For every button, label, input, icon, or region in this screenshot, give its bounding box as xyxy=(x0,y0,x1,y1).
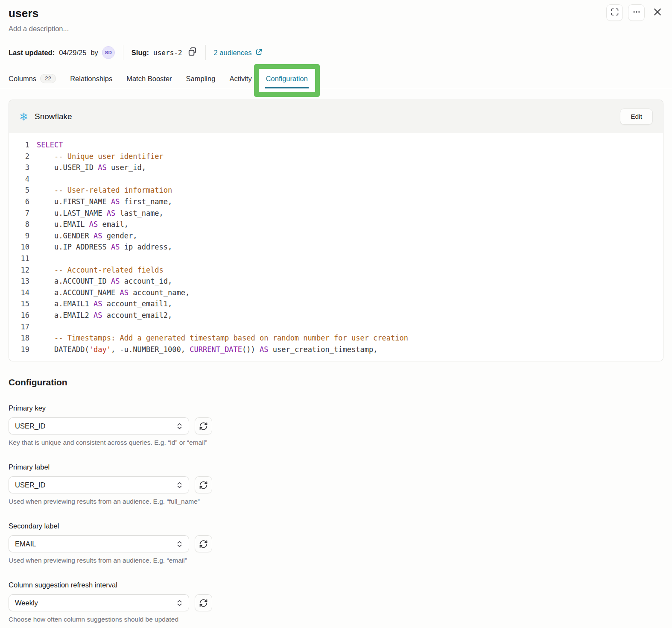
primary-label-select[interactable]: USER_ID xyxy=(9,476,189,493)
copy-slug-button[interactable] xyxy=(187,47,197,58)
description-placeholder[interactable]: Add a description... xyxy=(9,25,663,33)
meta-row: Last updated: 04/29/25 by SD Slug: users… xyxy=(9,45,663,60)
sql-code-preview: 1SELECT2 -- Unique user identifier3 u.US… xyxy=(9,133,663,361)
secondary-label-select[interactable]: EMAIL xyxy=(9,535,189,552)
code-text: u.FIRST_NAME AS first_name, xyxy=(37,196,172,208)
tab-columns[interactable]: Columns22 xyxy=(9,74,56,83)
column-suggestion-refresh-interval-label: Column suggestion refresh interval xyxy=(9,581,663,589)
primary-label-controls: USER_ID xyxy=(9,476,663,493)
line-number: 7 xyxy=(17,208,29,219)
column-suggestion-refresh-interval-select[interactable]: Weekly xyxy=(9,594,189,611)
code-line: 10 u.IP_ADDRESS AS ip_address, xyxy=(17,241,656,253)
tab-activity[interactable]: Activity xyxy=(229,75,251,83)
code-text: a.ACCOUNT_NAME AS account_name, xyxy=(37,287,190,299)
primary-key-controls: USER_ID xyxy=(9,417,663,434)
slug-value: users-2 xyxy=(153,49,182,57)
line-number: 5 xyxy=(17,185,29,196)
code-line: 7 u.LAST_NAME AS last_name, xyxy=(17,208,656,219)
tab-label: Activity xyxy=(229,75,251,83)
code-line: 19 DATEADD('day', -u.NUMBER_1000, CURREN… xyxy=(17,344,656,355)
code-text: -- Timestamps: Add a generated timestamp… xyxy=(37,332,408,344)
query-editor-card: ❄ Snowflake Edit 1SELECT2 -- Unique user… xyxy=(9,100,663,361)
primary-key-select[interactable]: USER_ID xyxy=(9,417,189,434)
query-editor-header: ❄ Snowflake Edit xyxy=(9,100,663,133)
primary-label-refresh-button[interactable] xyxy=(195,476,212,493)
refresh-icon xyxy=(199,481,208,490)
code-text: u.EMAIL AS email, xyxy=(37,219,129,230)
code-line: 14 a.ACCOUNT_NAME AS account_name, xyxy=(17,287,656,299)
code-line: 8 u.EMAIL AS email, xyxy=(17,219,656,230)
code-line: 12 -- Account-related fields xyxy=(17,264,656,276)
code-line: 17 xyxy=(17,321,656,333)
line-number: 9 xyxy=(17,230,29,242)
more-icon xyxy=(632,8,641,18)
configuration-heading: Configuration xyxy=(9,377,663,387)
line-number: 6 xyxy=(17,196,29,208)
refresh-icon xyxy=(199,422,208,431)
line-number: 10 xyxy=(17,241,29,253)
refresh-icon xyxy=(199,540,208,549)
line-number: 12 xyxy=(17,264,29,276)
audiences-link[interactable]: 2 audiences xyxy=(214,48,263,57)
primary-label-label: Primary label xyxy=(9,463,663,471)
line-number: 1 xyxy=(17,139,29,151)
tab-bar: Columns22RelationshipsMatch BoosterSampl… xyxy=(0,68,672,89)
tab-configuration[interactable]: Configuration xyxy=(266,75,308,83)
code-text: u.IP_ADDRESS AS ip_address, xyxy=(37,241,172,253)
last-updated-value: 04/29/25 xyxy=(59,49,86,57)
by-label: by xyxy=(91,49,98,57)
code-text: a.EMAIL2 AS account_email2, xyxy=(37,310,172,321)
refresh-icon xyxy=(199,599,208,607)
primary-key-label: Primary key xyxy=(9,404,663,412)
line-number: 17 xyxy=(17,321,29,333)
line-number: 8 xyxy=(17,219,29,230)
tab-label: Configuration xyxy=(266,75,308,83)
secondary-label-refresh-button[interactable] xyxy=(195,535,212,552)
field-column-suggestion-refresh-interval: Column suggestion refresh intervalWeekly… xyxy=(9,581,663,623)
code-line: 4 xyxy=(17,173,656,185)
more-options-button[interactable] xyxy=(628,4,645,21)
tab-label: Relationships xyxy=(70,75,112,83)
code-text: u.LAST_NAME AS last_name, xyxy=(37,208,164,219)
code-line: 6 u.FIRST_NAME AS first_name, xyxy=(17,196,656,208)
line-number: 2 xyxy=(17,151,29,162)
code-text: -- Unique user identifier xyxy=(37,151,164,162)
code-line: 18 -- Timestamps: Add a generated timest… xyxy=(17,332,656,344)
window-controls xyxy=(606,4,664,21)
line-number: 14 xyxy=(17,287,29,299)
code-line: 15 a.EMAIL1 AS account_email1, xyxy=(17,298,656,310)
expand-icon xyxy=(611,8,619,18)
line-number: 19 xyxy=(17,344,29,355)
edit-query-button[interactable]: Edit xyxy=(620,109,653,125)
last-updated-label: Last updated: xyxy=(9,49,55,57)
snowflake-icon: ❄ xyxy=(19,112,28,122)
tab-relationships[interactable]: Relationships xyxy=(70,75,112,83)
page-title: users xyxy=(9,7,663,20)
divider xyxy=(123,45,123,60)
code-line: 1SELECT xyxy=(17,139,656,151)
line-number: 18 xyxy=(17,332,29,344)
column-suggestion-refresh-interval-refresh-button[interactable] xyxy=(195,594,212,611)
code-text: a.ACCOUNT_ID AS account_id, xyxy=(37,276,172,287)
tab-sampling[interactable]: Sampling xyxy=(186,75,216,83)
chevron-up-down-icon xyxy=(175,540,184,548)
line-number: 13 xyxy=(17,276,29,287)
close-button[interactable] xyxy=(650,6,664,20)
source-name: Snowflake xyxy=(35,112,72,121)
chevron-up-down-icon xyxy=(175,599,184,607)
audiences-link-label: 2 audiences xyxy=(214,49,252,57)
avatar: SD xyxy=(102,46,115,59)
configuration-fields: Primary keyUSER_IDKey that is unique and… xyxy=(9,404,663,623)
column-suggestion-refresh-interval-help-text: Choose how often column suggestions shou… xyxy=(9,616,663,623)
tab-label: Sampling xyxy=(186,75,216,83)
primary-key-refresh-button[interactable] xyxy=(195,417,212,434)
field-primary-label: Primary labelUSER_IDUsed when previewing… xyxy=(9,463,663,505)
field-primary-key: Primary keyUSER_IDKey that is unique and… xyxy=(9,404,663,446)
code-text: -- Account-related fields xyxy=(37,264,164,276)
secondary-label-controls: EMAIL xyxy=(9,535,663,552)
tab-match-booster[interactable]: Match Booster xyxy=(126,75,172,83)
expand-button[interactable] xyxy=(606,4,623,21)
columns-count-badge: 22 xyxy=(40,74,56,83)
code-text: a.EMAIL1 AS account_email1, xyxy=(37,298,172,310)
secondary-label-help-text: Used when previewing results from an aud… xyxy=(9,557,663,564)
